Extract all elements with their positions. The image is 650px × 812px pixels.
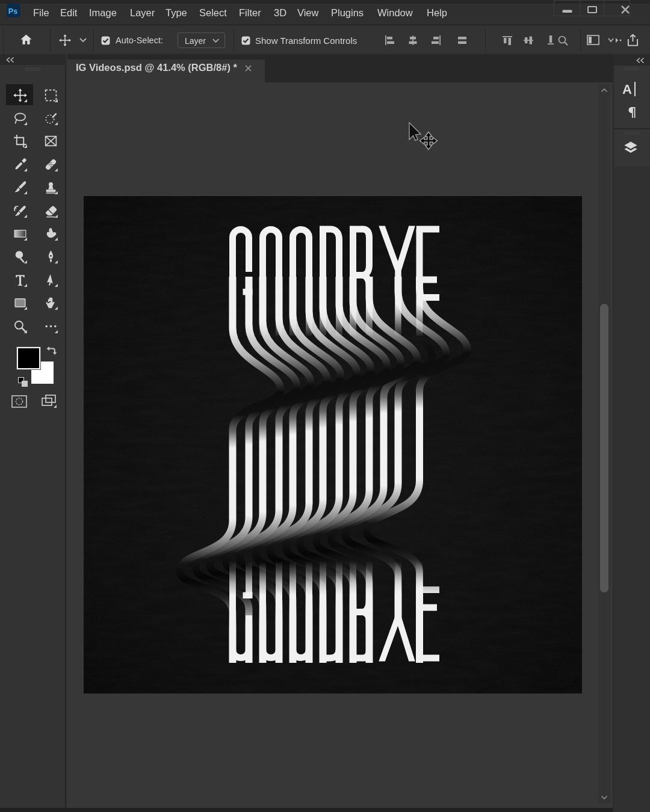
svg-text:A: A bbox=[622, 82, 632, 97]
svg-text:Ps: Ps bbox=[8, 7, 17, 16]
